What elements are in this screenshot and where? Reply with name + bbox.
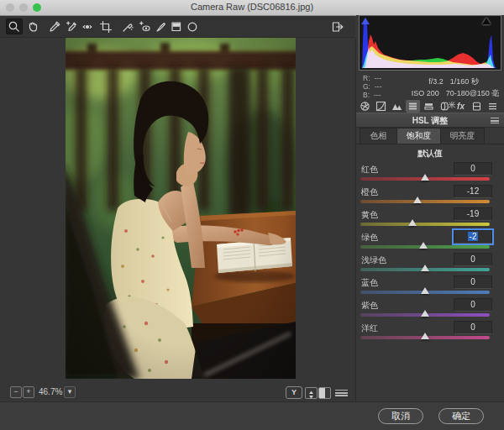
slider-value-input[interactable]: -12 [454, 185, 492, 198]
basic-tab-icon [360, 101, 370, 112]
slider-track[interactable] [360, 245, 490, 249]
radial-filter-tool[interactable] [184, 18, 201, 34]
slider-thumb[interactable] [421, 265, 429, 271]
slider-orange: 橙色 -12 [356, 186, 504, 209]
slider-track[interactable] [360, 291, 490, 294]
panel-tab-icons: fx [358, 100, 500, 113]
tab-tone-curve[interactable] [374, 100, 388, 113]
slider-yellow: 黄色 -19 [356, 209, 504, 232]
zoom-level-dropdown[interactable]: ▾ [64, 386, 76, 398]
slider-value-input[interactable]: 0 [454, 275, 492, 289]
tone-curve-tab-icon [375, 101, 386, 112]
panel-menu-icon[interactable] [491, 118, 499, 123]
camera-calibration-tab-icon [471, 101, 482, 112]
tab-luminance[interactable]: 明亮度 [440, 128, 485, 144]
split-toning-tab-icon [423, 101, 434, 112]
shutter-value: 1/160 秒 [450, 77, 479, 86]
effects-tab-icon: fx [457, 102, 465, 111]
slider-track[interactable] [360, 200, 490, 203]
color-sampler-tool[interactable] [63, 18, 80, 34]
preview-area[interactable] [0, 38, 356, 383]
tab-effects[interactable]: fx [454, 100, 468, 113]
slider-thumb[interactable] [421, 310, 429, 317]
copy-settings-button[interactable] [318, 387, 331, 399]
photo-image [66, 38, 296, 379]
default-values-link[interactable]: 默认值 [356, 148, 504, 160]
slider-value-input[interactable]: 0 [454, 321, 492, 334]
tab-detail[interactable] [390, 100, 404, 113]
tab-basic[interactable] [358, 100, 372, 113]
target-circle-icon [81, 20, 94, 34]
slider-blue: 蓝色 0 [356, 277, 504, 300]
zoom-level-value: 46.7% [39, 387, 62, 396]
photo-preview[interactable] [66, 38, 296, 379]
slider-track[interactable] [360, 313, 490, 317]
slider-label: 橙色 [361, 186, 378, 198]
white-balance-tool[interactable] [46, 18, 63, 34]
before-after-view-button[interactable]: Y [286, 386, 302, 399]
tab-lens-corrections[interactable] [438, 100, 452, 113]
slider-track[interactable] [360, 336, 490, 339]
slider-track[interactable] [360, 268, 490, 271]
slider-label: 红色 [361, 164, 378, 176]
toolbar [0, 16, 355, 38]
zoom-in-button[interactable]: + [23, 386, 34, 398]
tab-hsl-grayscale[interactable] [406, 100, 420, 113]
zoom-tool[interactable] [6, 18, 23, 34]
slider-label: 蓝色 [361, 277, 378, 289]
spot-removal-tool[interactable] [119, 18, 136, 34]
slider-value-input[interactable]: 0 [454, 253, 492, 266]
title-bar: Camera Raw (DSC06816.jpg) [0, 0, 504, 16]
hsl-grayscale-tab-icon [407, 101, 418, 112]
slider-aqua: 浅绿色 0 [356, 254, 504, 277]
preview-options-menu-icon[interactable] [335, 390, 348, 396]
slider-thumb[interactable] [419, 242, 428, 249]
slider-red: 红色 0 [356, 164, 504, 186]
histogram[interactable] [359, 15, 501, 71]
adjustment-brush-tool[interactable] [153, 18, 170, 34]
swap-settings-button[interactable] [305, 387, 318, 399]
targeted-adjustment-tool[interactable] [79, 18, 96, 34]
tab-hue[interactable]: 色相 [360, 128, 397, 144]
tab-presets[interactable] [486, 100, 500, 113]
slider-label: 黄色 [361, 209, 378, 221]
zoom-out-button[interactable]: − [10, 386, 22, 398]
fullscreen-toggle-button[interactable] [329, 18, 346, 34]
tab-camera-calibration[interactable] [470, 100, 484, 113]
graduated-filter-tool[interactable] [168, 18, 185, 34]
slider-track[interactable] [360, 177, 490, 181]
slider-value-input[interactable]: -19 [454, 207, 492, 221]
radial-filter-icon [186, 20, 199, 34]
slider-thumb[interactable] [408, 219, 417, 226]
healing-brush-icon [121, 20, 134, 34]
slider-thumb[interactable] [421, 287, 429, 294]
dialog-footer: 取消 确定 [0, 401, 504, 430]
slider-value-input[interactable]: 0 [454, 298, 492, 312]
fullscreen-toggle-icon [331, 20, 344, 34]
cancel-button[interactable]: 取消 [378, 408, 423, 424]
slider-thumb[interactable] [413, 197, 422, 203]
hand-icon [26, 20, 39, 34]
slider-track[interactable] [360, 223, 490, 226]
slider-label: 紫色 [361, 300, 378, 312]
tab-saturation[interactable]: 饱和度 [396, 128, 441, 144]
highlight-clipping-indicator[interactable] [482, 18, 491, 24]
slider-thumb[interactable] [421, 333, 429, 339]
crop-tool[interactable] [97, 18, 114, 34]
brush-icon [155, 20, 168, 34]
tab-split-toning[interactable] [422, 100, 436, 113]
slider-magenta: 洋红 0 [356, 322, 504, 345]
slider-label: 浅绿色 [361, 254, 386, 266]
shadow-clipping-indicator[interactable] [361, 18, 370, 24]
crop-icon [99, 20, 113, 34]
slider-value-input[interactable]: 0 [454, 162, 492, 176]
slider-value-input[interactable]: -2 [454, 230, 492, 244]
ok-button[interactable]: 确定 [438, 408, 484, 424]
graduated-filter-icon [170, 20, 183, 34]
slider-thumb[interactable] [421, 174, 429, 181]
iso-value: ISO 200 [412, 89, 439, 97]
red-eye-tool[interactable] [136, 18, 153, 34]
hand-tool[interactable] [24, 18, 41, 34]
slider-green: 绿色 -2 [356, 232, 504, 254]
preview-controls: − + 46.7% ▾ Y [0, 383, 356, 401]
